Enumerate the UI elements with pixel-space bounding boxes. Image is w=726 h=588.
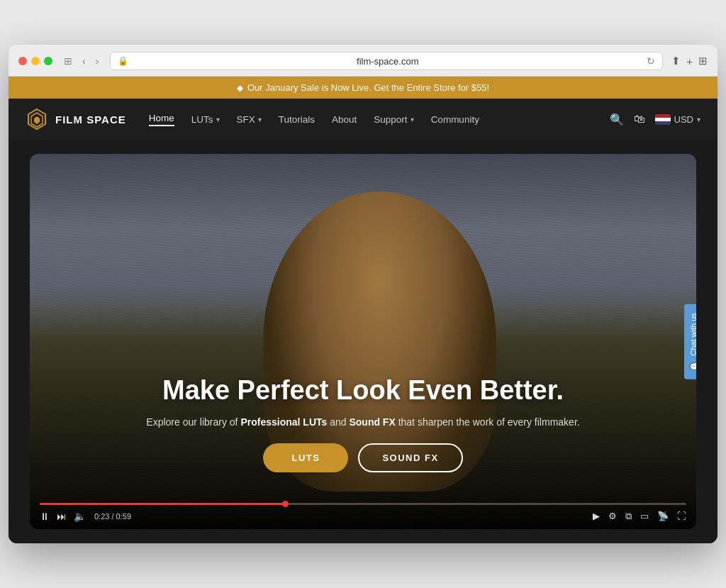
nav-home[interactable]: Home: [149, 113, 174, 126]
youtube-icon[interactable]: ▶: [593, 511, 600, 521]
sfx-caret: ▾: [258, 116, 262, 123]
maximize-button[interactable]: [44, 57, 52, 65]
hero-title: Make Perfect Look Even Better.: [63, 375, 663, 406]
theater-icon[interactable]: ▭: [640, 511, 649, 521]
window-layout-icon[interactable]: ⊞: [61, 54, 75, 68]
hero-content: Make Perfect Look Even Better. Explore o…: [63, 375, 663, 472]
browser-controls: ⊞ ‹ ›: [61, 54, 101, 68]
nav-luts[interactable]: LUTs ▾: [191, 114, 220, 125]
share-icon[interactable]: ⬆: [671, 55, 681, 67]
currency-caret: ▾: [697, 116, 700, 123]
nav-actions: 🔍 🛍 USD ▾: [610, 113, 700, 126]
video-container: Make Perfect Look Even Better. Explore o…: [30, 154, 696, 529]
hero-subtitle: Explore our library of Professional LUTs…: [63, 416, 663, 428]
lock-icon: 🔒: [118, 56, 128, 66]
ctrl-right: ▶ ⚙ ⧉ ▭ 📡 ⛶: [593, 511, 686, 522]
currency-label: USD: [674, 114, 693, 125]
site-content: ◆ Our January Sale is Now Live. Get the …: [9, 77, 717, 543]
browser-actions: ⬆ + ⊞: [671, 55, 708, 67]
settings-icon[interactable]: ⚙: [608, 511, 617, 521]
address-bar-wrapper: 🔒 ↻: [110, 52, 663, 70]
cast-icon[interactable]: 📡: [657, 511, 669, 521]
hero-buttons: LUTS SOUND FX: [63, 443, 663, 472]
currency-selector[interactable]: USD ▾: [655, 114, 700, 125]
diamond-icon: ◆: [237, 83, 243, 93]
cart-icon[interactable]: 🛍: [634, 113, 645, 126]
fullscreen-icon[interactable]: ⛶: [677, 511, 686, 521]
nav-tutorials[interactable]: Tutorials: [279, 114, 315, 125]
luts-caret: ▾: [216, 116, 220, 123]
nav-community[interactable]: Community: [431, 114, 479, 125]
chat-widget[interactable]: 💬 Chat with us: [684, 304, 696, 379]
chat-label: Chat with us: [689, 313, 697, 356]
nav-sfx[interactable]: SFX ▾: [237, 114, 262, 125]
traffic-lights: [18, 57, 52, 65]
scene-bg: [30, 154, 696, 529]
dark-overlay: [30, 154, 696, 529]
pause-icon[interactable]: ⏸: [40, 511, 50, 522]
us-flag-icon: [655, 114, 671, 125]
announcement-text: Our January Sale is Now Live. Get the En…: [247, 82, 489, 93]
browser-window: ⊞ ‹ › 🔒 ↻ ⬆ + ⊞ ◆ Our January Sale is No…: [9, 45, 717, 543]
logo-text: FILM SPACE: [55, 113, 126, 126]
address-bar[interactable]: [134, 56, 641, 67]
miniplayer-icon[interactable]: ⧉: [625, 511, 632, 522]
controls-row: ⏸ ⏭ 🔈 0:23 / 0:59 ▶ ⚙ ⧉ ▭: [40, 511, 686, 522]
logo-area[interactable]: FILM SPACE: [26, 108, 126, 131]
svg-marker-2: [34, 116, 40, 124]
nav-support[interactable]: Support ▾: [374, 114, 413, 125]
time-display: 0:23 / 0:59: [94, 512, 131, 521]
next-icon[interactable]: ⏭: [57, 511, 67, 522]
refresh-icon[interactable]: ↻: [647, 55, 655, 67]
logo-icon: [26, 108, 48, 131]
search-icon[interactable]: 🔍: [610, 113, 624, 126]
browser-chrome: ⊞ ‹ › 🔒 ↻ ⬆ + ⊞: [9, 45, 717, 77]
tabs-icon[interactable]: ⊞: [698, 55, 708, 67]
progress-played: [40, 503, 286, 505]
video-controls: ⏸ ⏭ 🔈 0:23 / 0:59 ▶ ⚙ ⧉ ▭: [30, 497, 696, 529]
luts-button[interactable]: LUTS: [263, 443, 348, 472]
announcement-bar[interactable]: ◆ Our January Sale is Now Live. Get the …: [9, 77, 717, 99]
volume-icon[interactable]: 🔈: [74, 511, 86, 522]
hero-section: Make Perfect Look Even Better. Explore o…: [9, 140, 717, 543]
new-tab-icon[interactable]: +: [686, 55, 693, 67]
nav-about[interactable]: About: [332, 114, 357, 125]
progress-bar[interactable]: [40, 503, 686, 505]
minimize-button[interactable]: [31, 57, 40, 65]
progress-dot: [282, 501, 289, 507]
soundfx-button[interactable]: SOUND FX: [358, 443, 462, 472]
support-caret: ▾: [411, 116, 414, 123]
chat-icon: 💬: [688, 361, 696, 370]
nav-links: Home LUTs ▾ SFX ▾ Tutorials About Suppor: [149, 113, 610, 126]
navbar: FILM SPACE Home LUTs ▾ SFX ▾ Tutorials: [9, 99, 717, 140]
forward-button[interactable]: ›: [93, 54, 102, 68]
close-button[interactable]: [18, 57, 27, 65]
back-button[interactable]: ‹: [79, 54, 89, 68]
